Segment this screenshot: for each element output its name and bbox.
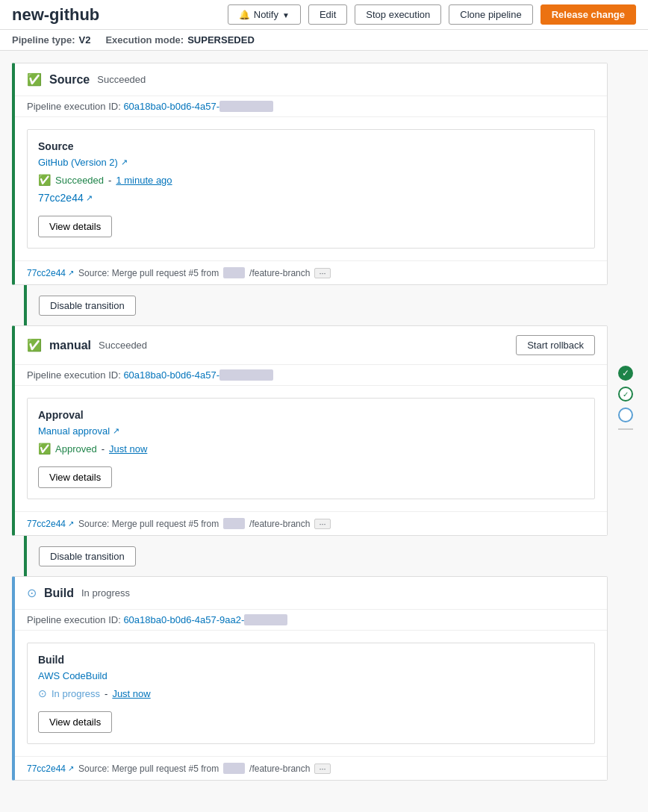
build-footer-commit-link[interactable]: 77cc2e44 ↗ [27,763,74,774]
indicator-3 [618,407,633,422]
source-action-status: ✅ Succeeded - 1 minute ago [38,174,584,186]
edit-button[interactable]: Edit [308,4,347,25]
transition-2-content: Disable transition [27,536,148,576]
manual-footer-ellipsis-badge: ··· [314,519,330,529]
stage-source-header: ✅ Source Succeeded [15,63,607,96]
transition-1-content: Disable transition [27,285,148,325]
manual-footer-commit-link[interactable]: 77cc2e44 ↗ [27,519,74,529]
meta-bar: Pipeline type: V2 Execution mode: SUPERS… [0,30,648,51]
manual-check-circle-icon: ✅ [27,338,42,352]
clone-pipeline-button[interactable]: Clone pipeline [449,4,532,25]
stage-manual-status: Succeeded [99,340,147,351]
disable-transition-2-button[interactable]: Disable transition [39,546,136,566]
execution-mode-label: Execution mode: [105,34,184,46]
build-stage-footer: 77cc2e44 ↗ Source: Merge pull request #5… [15,756,607,780]
stage-build-exec-id: Pipeline execution ID: 60a18ba0-b0d6-4a5… [15,610,607,631]
manual-time-link[interactable]: Just now [109,443,147,455]
stage-build-status: In progress [81,587,130,599]
bell-icon [239,9,250,20]
stage-source-status: Succeeded [97,74,146,85]
stage-manual-exec-id: Pipeline execution ID: 60a18ba0-b0d6-4a5… [15,365,607,386]
build-footer-blurred [223,763,245,774]
execution-mode-value: SUPERSEDED [187,34,255,46]
build-exec-id-blurred [244,614,287,625]
release-change-button[interactable]: Release change [540,4,636,25]
build-footer-ellipsis-badge: ··· [314,763,330,774]
external-link-icon: ↗ [121,157,128,167]
main-content: ✅ Source Succeeded Pipeline execution ID… [0,51,620,793]
build-action-card: Build AWS CodeBuild ⊙ In progress - Just… [27,643,595,744]
build-progress-status-icon: ⊙ [38,687,47,699]
indicator-1: ✓ [618,366,633,381]
footer-external-icon: ↗ [68,269,74,277]
manual-exec-id-link[interactable]: 60a18ba0-b0d6-4a57- [123,369,273,381]
stage-source: ✅ Source Succeeded Pipeline execution ID… [12,63,608,285]
source-commit-row: 77cc2e44 ↗ [38,192,584,204]
source-action-card: Source GitHub (Version 2) ↗ ✅ Succeeded … [27,129,595,249]
indicator-line [618,428,633,430]
page-header: new-github Notify Edit Stop execution Cl… [0,0,648,30]
stage-manual-header: ✅ manual Succeeded Start rollback [15,326,607,365]
indicator-2: ✓ [618,387,633,402]
source-time-link[interactable]: 1 minute ago [116,175,172,186]
footer-ellipsis-badge: ··· [314,268,330,278]
sidebar-indicators: ✓ ✓ [618,366,633,430]
manual-view-details-button[interactable]: View details [38,466,112,488]
footer-blurred [223,267,245,278]
source-commit-link[interactable]: 77cc2e44 ↗ [38,192,584,204]
pipeline-type-label: Pipeline type: [12,34,75,46]
manual-action-status: ✅ Approved - Just now [38,443,584,455]
source-stage-footer: 77cc2e44 ↗ Source: Merge pull request #5… [15,260,607,284]
exec-id-blurred [219,101,273,112]
build-time-link[interactable]: Just now [112,688,150,699]
page-title: new-github [12,5,220,25]
source-footer-commit-link[interactable]: 77cc2e44 ↗ [27,268,74,278]
transition-2: Disable transition [12,536,608,576]
manual-external-icon: ↗ [113,426,119,436]
build-view-details-button[interactable]: View details [38,711,112,733]
action-check-icon: ✅ [38,174,51,186]
build-provider-link[interactable]: AWS CodeBuild [38,670,584,681]
source-action-name: Source [38,140,584,152]
stage-build-title: Build [44,587,74,600]
build-status-label: In progress [52,688,100,699]
disable-transition-1-button[interactable]: Disable transition [39,296,136,316]
manual-footer-blurred [223,518,245,529]
stage-build: ⊙ Build In progress Pipeline execution I… [12,576,608,781]
manual-footer-external-icon: ↗ [68,519,74,528]
source-provider-link[interactable]: GitHub (Version 2) ↗ [38,157,584,168]
build-exec-id-link[interactable]: 60a18ba0-b0d6-4a57-9aa2- [123,614,287,625]
stage-manual-title: manual [49,339,91,352]
stage-build-header: ⊙ Build In progress [15,577,607,610]
check-circle-icon: ✅ [27,72,42,87]
stage-source-exec-id: Pipeline execution ID: 60a18ba0-b0d6-4a5… [15,96,607,117]
manual-exec-id-blurred [219,369,273,381]
manual-provider-link[interactable]: Manual approval ↗ [38,425,584,437]
build-progress-icon: ⊙ [27,586,37,600]
manual-action-card: Approval Manual approval ↗ ✅ Approved - … [27,398,595,499]
manual-check-icon: ✅ [38,443,51,455]
execution-mode-item: Execution mode: SUPERSEDED [105,34,254,46]
commit-external-icon: ↗ [86,193,93,203]
pipeline-type-item: Pipeline type: V2 [12,34,90,46]
manual-action-name: Approval [38,409,584,421]
start-rollback-button[interactable]: Start rollback [516,335,595,355]
build-action-status: ⊙ In progress - Just now [38,687,584,699]
stage-source-title: Source [49,73,90,87]
transition-1: Disable transition [12,285,608,325]
manual-stage-footer: 77cc2e44 ↗ Source: Merge pull request #5… [15,511,607,535]
stop-execution-button[interactable]: Stop execution [355,4,441,25]
stage-manual: ✅ manual Succeeded Start rollback Pipeli… [12,325,608,536]
dropdown-arrow-icon [282,9,290,20]
source-exec-id-link[interactable]: 60a18ba0-b0d6-4a57- [123,101,273,112]
build-action-name: Build [38,654,584,666]
source-view-details-button[interactable]: View details [38,216,112,237]
notify-button[interactable]: Notify [228,4,301,25]
build-footer-external-icon: ↗ [68,764,74,772]
source-status-label: Succeeded [55,175,104,186]
manual-status-label: Approved [55,443,97,455]
pipeline-type-value: V2 [79,34,91,46]
